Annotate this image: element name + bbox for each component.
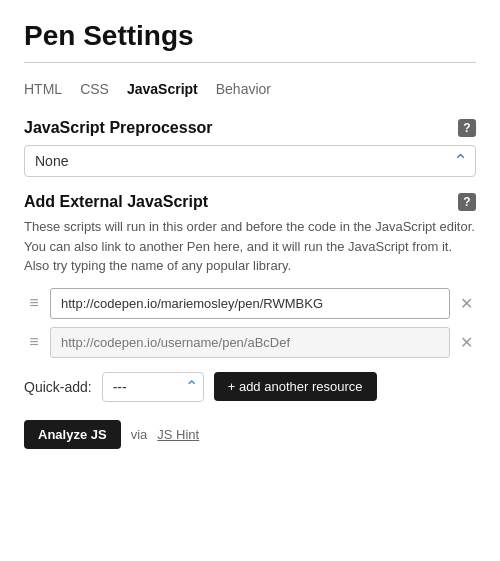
help-icon-preprocessor[interactable]: ? [458,119,476,137]
drag-handle-2[interactable]: ≡ [24,333,44,351]
resource-input-2[interactable] [50,327,450,358]
analyze-button[interactable]: Analyze JS [24,420,121,449]
title-divider [24,62,476,63]
tab-javascript[interactable]: JavaScript [127,79,198,99]
analyze-row: Analyze JS via JS Hint [24,420,476,449]
external-description: These scripts will run in this order and… [24,217,476,276]
resource-row-2: ≡ ✕ [24,327,476,358]
tab-behavior[interactable]: Behavior [216,79,271,99]
preprocessor-title: JavaScript Preprocessor [24,119,213,137]
via-label: via [131,427,148,442]
drag-handle-1[interactable]: ≡ [24,294,44,312]
quick-add-select[interactable]: --- jQuery jQuery UI React Angular Vue [102,372,204,402]
external-title: Add External JavaScript [24,193,208,211]
add-resource-button[interactable]: + add another resource [214,372,377,401]
external-header: Add External JavaScript ? [24,193,476,211]
help-icon-external[interactable]: ? [458,193,476,211]
section-preprocessor: JavaScript Preprocessor ? None Babel Typ… [24,119,476,177]
page-title: Pen Settings [24,20,476,52]
preprocessor-header: JavaScript Preprocessor ? [24,119,476,137]
preprocessor-select-wrapper: None Babel TypeScript CoffeeScript ⌃ [24,145,476,177]
jshint-link[interactable]: JS Hint [157,427,199,442]
resource-row-1: ≡ ✕ [24,288,476,319]
quick-add-label: Quick-add: [24,379,92,395]
quick-add-select-wrapper: --- jQuery jQuery UI React Angular Vue ⌃ [102,372,204,402]
remove-icon-1[interactable]: ✕ [456,294,476,313]
quick-add-row: Quick-add: --- jQuery jQuery UI React An… [24,372,476,402]
tab-css[interactable]: CSS [80,79,109,99]
remove-icon-2[interactable]: ✕ [456,333,476,352]
preprocessor-select[interactable]: None Babel TypeScript CoffeeScript [24,145,476,177]
tab-bar: HTML CSS JavaScript Behavior [24,77,476,101]
resource-input-1[interactable] [50,288,450,319]
tab-html[interactable]: HTML [24,79,62,99]
section-external: Add External JavaScript ? These scripts … [24,193,476,358]
